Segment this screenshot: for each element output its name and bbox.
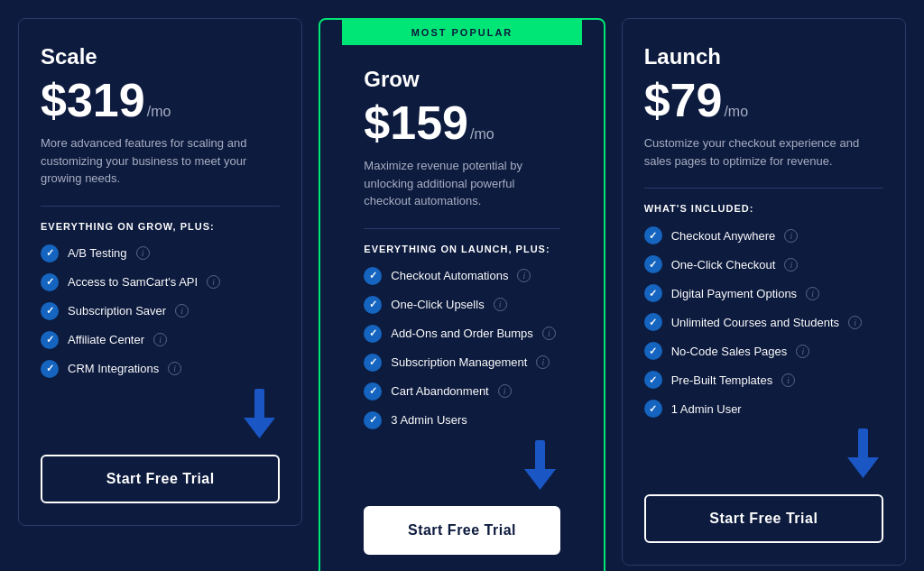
feature-text: Checkout Automations	[391, 269, 508, 282]
svg-marker-5	[847, 457, 879, 478]
feature-item: Subscription Management i	[364, 354, 559, 372]
info-icon[interactable]: i	[848, 316, 862, 329]
features-label-scale: EVERYTHING ON GROW, PLUS:	[41, 221, 280, 232]
check-icon	[364, 411, 382, 429]
plan-card-launch: Launch $79 /mo Customize your checkout e…	[622, 18, 906, 566]
arrow-down-icon	[520, 440, 560, 490]
check-icon	[364, 354, 382, 372]
feature-text: A/B Testing	[68, 246, 127, 260]
price-period-scale: /mo	[147, 104, 171, 120]
info-icon[interactable]: i	[153, 333, 167, 346]
plan-name-grow: Grow	[364, 67, 559, 92]
info-icon[interactable]: i	[781, 373, 795, 387]
feature-text: One-Click Checkout	[671, 258, 776, 272]
svg-marker-1	[244, 418, 275, 438]
feature-item: Checkout Automations i	[364, 267, 559, 285]
divider-launch	[644, 188, 883, 189]
feature-text: Unlimited Courses and Students	[671, 316, 839, 329]
feature-text: Cart Abandonment	[391, 384, 488, 398]
feature-text: One-Click Upsells	[391, 298, 484, 311]
feature-item: Add-Ons and Order Bumps i	[364, 325, 559, 343]
feature-text: Digital Payment Options	[671, 287, 797, 300]
info-icon[interactable]: i	[784, 229, 798, 243]
feature-item: 3 Admin Users	[364, 411, 559, 429]
check-icon	[41, 360, 59, 378]
feature-text: Affiliate Center	[68, 333, 144, 346]
info-icon[interactable]: i	[175, 304, 189, 318]
plan-description-scale: More advanced features for scaling and c…	[41, 134, 280, 188]
feature-text: 3 Admin Users	[391, 413, 467, 427]
check-icon	[644, 313, 662, 331]
feature-item: A/B Testing i	[41, 244, 280, 262]
arrow-container	[364, 440, 559, 490]
info-icon[interactable]: i	[536, 355, 550, 369]
feature-item: Digital Payment Options i	[644, 284, 883, 302]
cta-button-grow[interactable]: Start Free Trial	[364, 506, 559, 555]
plan-price-launch: $79 /mo	[644, 77, 883, 124]
arrow-down-icon	[843, 428, 883, 478]
arrow-container	[41, 389, 280, 438]
check-icon	[41, 302, 59, 320]
info-icon[interactable]: i	[796, 345, 809, 358]
feature-text: Subscription Management	[391, 355, 527, 369]
info-icon[interactable]: i	[136, 246, 150, 260]
feature-item: Unlimited Courses and Students i	[644, 313, 883, 331]
feature-item: Access to SamCart's API i	[41, 273, 280, 291]
check-icon	[644, 371, 662, 389]
plan-card-scale: Scale $319 /mo More advanced features fo…	[18, 18, 302, 526]
plan-name-scale: Scale	[41, 44, 280, 69]
check-icon	[364, 267, 382, 285]
cta-button-launch[interactable]: Start Free Trial	[644, 494, 883, 543]
feature-item: No-Code Sales Pages i	[644, 342, 883, 360]
check-icon	[644, 284, 662, 302]
check-icon	[364, 325, 382, 343]
plan-description-launch: Customize your checkout experience and s…	[644, 134, 883, 170]
feature-text: CRM Integrations	[68, 362, 159, 375]
feature-item: CRM Integrations i	[41, 360, 280, 378]
feature-text: No-Code Sales Pages	[671, 345, 788, 358]
price-amount-launch: $79	[644, 77, 723, 124]
features-label-grow: EVERYTHING ON LAUNCH, PLUS:	[364, 244, 559, 254]
feature-text: Add-Ons and Order Bumps	[391, 327, 533, 340]
feature-text: Pre-Built Templates	[671, 373, 772, 387]
info-icon[interactable]: i	[494, 298, 507, 311]
price-period-grow: /mo	[470, 126, 494, 143]
plan-name-launch: Launch	[644, 44, 883, 69]
feature-text: 1 Admin User	[671, 402, 742, 416]
divider-grow	[364, 228, 559, 229]
feature-text: Subscription Saver	[68, 304, 166, 318]
price-amount-scale: $319	[41, 77, 145, 124]
plan-price-scale: $319 /mo	[41, 77, 280, 124]
plan-description-grow: Maximize revenue potential by unlocking …	[364, 157, 559, 210]
price-amount-grow: $159	[364, 99, 468, 146]
feature-item: Affiliate Center i	[41, 331, 280, 349]
svg-marker-3	[524, 469, 556, 490]
arrow-container	[644, 428, 883, 478]
feature-item: 1 Admin User	[644, 400, 883, 418]
info-icon[interactable]: i	[542, 327, 556, 340]
feature-item: Subscription Saver i	[41, 302, 280, 320]
check-icon	[41, 273, 59, 291]
arrow-down-icon	[239, 389, 280, 438]
feature-item: Pre-Built Templates i	[644, 371, 883, 389]
feature-item: One-Click Checkout i	[644, 255, 883, 273]
cta-button-scale[interactable]: Start Free Trial	[41, 455, 280, 503]
check-icon	[644, 255, 662, 273]
feature-text: Access to SamCart's API	[68, 275, 198, 289]
price-period-launch: /mo	[724, 104, 748, 120]
feature-text: Checkout Anywhere	[671, 229, 776, 243]
check-icon	[364, 382, 382, 401]
check-icon	[644, 400, 662, 418]
info-icon[interactable]: i	[784, 258, 798, 272]
check-icon	[644, 226, 662, 244]
divider-scale	[41, 206, 280, 207]
info-icon[interactable]: i	[207, 275, 220, 289]
check-icon	[41, 331, 59, 349]
info-icon[interactable]: i	[517, 269, 531, 282]
info-icon[interactable]: i	[168, 362, 181, 375]
info-icon[interactable]: i	[806, 287, 819, 300]
plan-price-grow: $159 /mo	[364, 99, 559, 146]
popular-badge: MOST POPULAR	[342, 20, 581, 45]
feature-item: One-Click Upsells i	[364, 296, 559, 314]
info-icon[interactable]: i	[498, 384, 512, 398]
